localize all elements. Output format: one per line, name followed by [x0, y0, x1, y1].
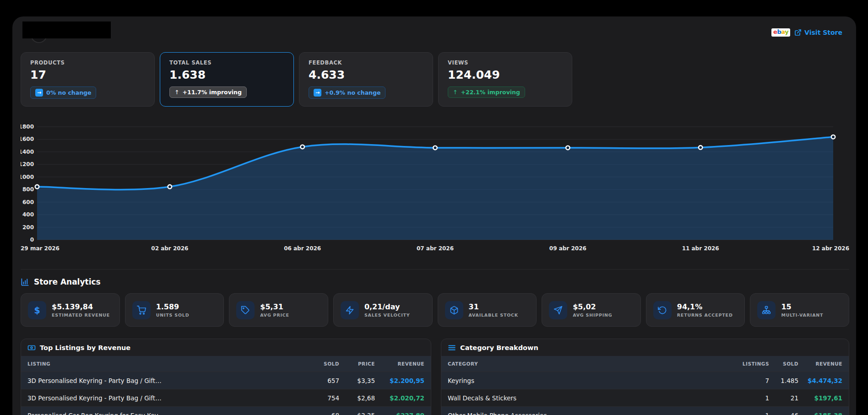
data-point [699, 146, 702, 149]
metric-card-avg-price: $5,31AVG PRICE [229, 293, 328, 327]
metric-value: 15 [781, 302, 823, 311]
cell-revenue: $2.020,72 [375, 394, 424, 402]
column-header: REVENUE [798, 361, 842, 366]
column-header: PRICE [339, 361, 375, 366]
cell-listings: 7 [731, 377, 769, 384]
y-axis-tick: 1800 [21, 124, 34, 130]
column-header: SOLD [769, 361, 798, 366]
table-row: 3D Personalised Keyring - Party Bag / Gi… [21, 372, 431, 389]
visit-store-label: Visit Store [804, 29, 842, 36]
store-name-redacted [22, 22, 111, 38]
metric-card-estimated-revenue: $$5.139,84ESTIMATED REVENUE [21, 293, 120, 327]
metric-label: ESTIMATED REVENUE [52, 313, 110, 318]
variants-icon [757, 301, 776, 319]
up-arrow-icon: ↑ [453, 89, 457, 96]
right-arrow-icon: → [314, 89, 321, 97]
cell-price: $3,35 [339, 412, 375, 415]
metric-value: $5,31 [260, 302, 289, 311]
stat-card-total-sales[interactable]: TOTAL SALES1.638↑+11.7% improving [160, 52, 294, 107]
y-axis-tick: 1400 [21, 149, 34, 155]
metric-value: 94,1% [677, 302, 733, 311]
store-analytics-heading: Store Analytics [21, 277, 849, 286]
stat-label: VIEWS [448, 59, 563, 66]
metric-value: 1.589 [156, 302, 190, 311]
cell-sold: 46 [769, 412, 798, 415]
cell-sold: 21 [769, 394, 798, 402]
cell-revenue: $185,38 [798, 412, 842, 415]
trend-text: +11.7% improving [182, 89, 241, 96]
visit-store-link[interactable]: Visit Store [794, 29, 842, 36]
stat-card-feedback[interactable]: FEEDBACK4.633→+0.9% no change [299, 52, 433, 107]
metric-label: AVG SHIPPING [573, 313, 612, 318]
header-bar: ebay Visit Store [21, 16, 849, 52]
metric-card-sales-velocity: 0,21/daySALES VELOCITY [333, 293, 433, 327]
table-row: Personalised Car Reg Keyring for Easy Ke… [21, 406, 431, 415]
cell-revenue: $4.474,32 [798, 377, 842, 384]
column-header: SOLD [310, 361, 339, 366]
metric-card-units-sold: 1.589UNITS SOLD [125, 293, 224, 327]
stat-card-views[interactable]: VIEWS124.049↑+22.1% improving [438, 52, 572, 107]
cell-sold: 68 [310, 412, 339, 415]
cell-revenue: $227,80 [375, 412, 424, 415]
metric-label: RETURNS ACCEPTED [677, 313, 733, 318]
up-arrow-icon: ↑ [174, 89, 179, 96]
metric-value: 31 [469, 302, 519, 311]
metric-card-returns-accepted: 94,1%RETURNS ACCEPTED [646, 293, 745, 327]
cube-icon [445, 301, 463, 319]
data-point [168, 185, 172, 189]
table-row: 3D Personalised Keyring - Party Bag / Gi… [21, 389, 431, 406]
trend-badge: ↑+11.7% improving [169, 86, 247, 98]
x-axis-tick: 29 mar 2026 [21, 245, 60, 252]
stat-value: 4.633 [309, 68, 423, 81]
table-title: Top Listings by Revenue [40, 344, 130, 351]
bolt-icon [341, 301, 359, 319]
top-listings-column-headers: LISTINGSOLDPRICEREVENUE [21, 356, 431, 372]
metric-label: AVG PRICE [260, 313, 289, 318]
trend-badge: →+0.9% no change [309, 86, 385, 99]
send-icon [549, 301, 567, 319]
data-point [35, 185, 39, 189]
list-icon [448, 344, 456, 352]
column-header: CATEGORY [448, 361, 731, 366]
cart-icon [132, 301, 151, 319]
metric-cards-row: $$5.139,84ESTIMATED REVENUE1.589UNITS SO… [21, 293, 849, 327]
y-axis-tick: 1000 [21, 174, 34, 180]
cell-sold: 1.485 [769, 377, 798, 384]
stat-label: FEEDBACK [309, 59, 423, 66]
category-column-headers: CATEGORYLISTINGSSOLDREVENUE [441, 356, 849, 372]
cell-category: Other Mobile Phone Accessories [448, 412, 731, 415]
external-link-icon [794, 29, 802, 36]
x-axis-tick: 06 abr 2026 [284, 245, 321, 252]
stat-label: PRODUCTS [30, 59, 145, 66]
stat-label: TOTAL SALES [169, 59, 284, 66]
x-axis-tick: 11 abr 2026 [682, 245, 719, 252]
trend-text: +22.1% improving [461, 89, 520, 96]
stat-card-products[interactable]: PRODUCTS17→0% no change [21, 52, 155, 107]
column-header: LISTINGS [731, 361, 769, 366]
top-listings-rows: 3D Personalised Keyring - Party Bag / Gi… [21, 372, 431, 415]
category-breakdown-header: Category Breakdown [441, 339, 849, 356]
metric-label: UNITS SOLD [156, 313, 190, 318]
top-listings-card: Top Listings by Revenue LISTINGSOLDPRICE… [21, 339, 431, 415]
y-axis-tick: 0 [30, 237, 34, 243]
data-point [566, 146, 570, 150]
metric-value: 0,21/day [364, 302, 410, 311]
dollar-icon: $ [28, 301, 46, 319]
x-axis-tick: 09 abr 2026 [549, 245, 586, 252]
money-icon [27, 344, 36, 352]
cell-listing: Personalised Car Reg Keyring for Easy Ke… [27, 412, 310, 415]
x-axis-tick: 02 abr 2026 [151, 245, 188, 252]
cell-revenue: $2.200,95 [375, 377, 424, 384]
column-header: REVENUE [375, 361, 424, 366]
table-title: Category Breakdown [460, 344, 538, 351]
metric-card-multi-variant: 15MULTI-VARIANT [750, 293, 849, 327]
y-axis-tick: 1600 [21, 136, 34, 142]
section-title: Store Analytics [34, 277, 101, 286]
y-axis-tick: 1200 [21, 161, 34, 167]
metric-label: SALES VELOCITY [364, 313, 410, 318]
tables-row: Top Listings by Revenue LISTINGSOLDPRICE… [21, 339, 849, 415]
trend-text: +0.9% no change [325, 89, 380, 96]
cell-sold: 754 [310, 394, 339, 402]
ebay-logo: ebay [771, 28, 790, 37]
trend-badge: ↑+22.1% improving [448, 86, 525, 98]
